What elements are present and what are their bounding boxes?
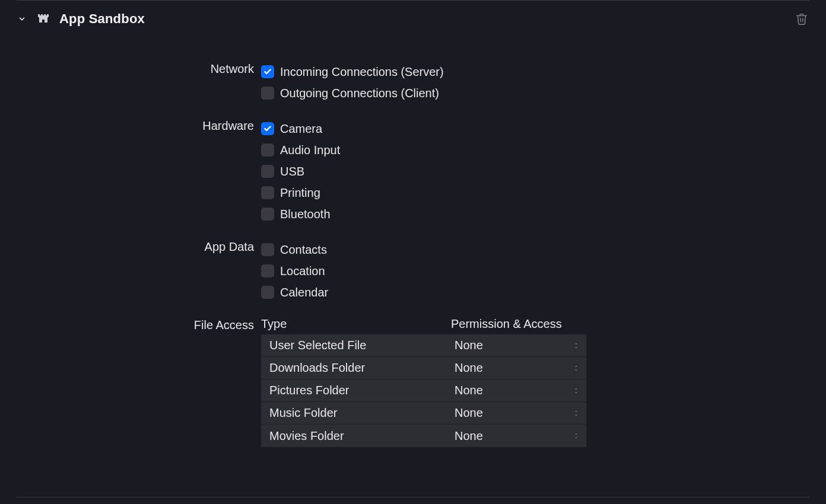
row-calendar: Calendar bbox=[261, 282, 809, 303]
perm-select-music[interactable]: None bbox=[451, 404, 586, 422]
label-incoming-connections: Incoming Connections (Server) bbox=[280, 65, 444, 79]
label-usb: USB bbox=[280, 165, 304, 178]
checkbox-calendar[interactable] bbox=[261, 286, 274, 299]
perm-value: None bbox=[455, 361, 483, 375]
row-camera: Camera bbox=[261, 118, 809, 139]
section-header: App Sandbox bbox=[17, 1, 809, 37]
chevron-updown-icon bbox=[573, 342, 580, 349]
perm-select-movies[interactable]: None bbox=[451, 427, 586, 445]
row-bluetooth: Bluetooth bbox=[261, 203, 809, 225]
section-hardware: Hardware Camera Audio Input bbox=[17, 118, 809, 225]
label-outgoing-connections: Outgoing Connections (Client) bbox=[280, 87, 439, 100]
label-camera: Camera bbox=[280, 122, 322, 136]
checkbox-contacts[interactable] bbox=[261, 243, 274, 256]
sandbox-castle-icon bbox=[36, 11, 51, 27]
section-app-data: App Data Contacts Location bbox=[17, 239, 809, 303]
file-access-type: Music Folder bbox=[261, 406, 451, 420]
perm-value: None bbox=[455, 429, 483, 443]
label-audio-input: Audio Input bbox=[280, 143, 340, 157]
file-access-row-pictures: Pictures Folder None bbox=[261, 379, 586, 402]
label-contacts: Contacts bbox=[280, 243, 327, 257]
checkbox-printing[interactable] bbox=[261, 186, 274, 199]
section-label-file-access: File Access bbox=[17, 317, 261, 332]
checkbox-incoming-connections[interactable] bbox=[261, 65, 274, 78]
checkbox-outgoing-connections[interactable] bbox=[261, 87, 274, 100]
delete-capability-button[interactable] bbox=[794, 11, 809, 27]
row-outgoing-connections: Outgoing Connections (Client) bbox=[261, 82, 809, 104]
checkbox-audio-input[interactable] bbox=[261, 143, 274, 157]
checkbox-bluetooth[interactable] bbox=[261, 208, 274, 221]
row-incoming-connections: Incoming Connections (Server) bbox=[261, 61, 809, 82]
file-access-header-perm: Permission & Access bbox=[451, 317, 580, 331]
row-location: Location bbox=[261, 260, 809, 282]
checkbox-camera[interactable] bbox=[261, 122, 274, 135]
label-location: Location bbox=[280, 264, 325, 278]
perm-value: None bbox=[455, 406, 483, 420]
checkbox-location[interactable] bbox=[261, 264, 274, 277]
file-access-row-downloads: Downloads Folder None bbox=[261, 357, 586, 379]
row-contacts: Contacts bbox=[261, 239, 809, 260]
header-title: App Sandbox bbox=[59, 11, 145, 27]
section-label-network: Network bbox=[17, 61, 261, 76]
perm-select-user-selected[interactable]: None bbox=[451, 337, 586, 355]
file-access-type: User Selected File bbox=[261, 339, 451, 352]
section-label-hardware: Hardware bbox=[17, 118, 261, 133]
capability-content: Network Incoming Connections (Server) Ou… bbox=[17, 37, 809, 473]
section-network: Network Incoming Connections (Server) Ou… bbox=[17, 61, 809, 104]
checkbox-usb[interactable] bbox=[261, 165, 274, 178]
section-label-app-data: App Data bbox=[17, 239, 261, 254]
disclosure-chevron-icon[interactable] bbox=[17, 14, 27, 24]
file-access-row-user-selected: User Selected File None bbox=[261, 334, 586, 357]
section-file-access: File Access Type Permission & Access Use… bbox=[17, 317, 809, 447]
perm-select-downloads[interactable]: None bbox=[451, 359, 586, 377]
file-access-type: Movies Folder bbox=[261, 429, 451, 443]
perm-value: None bbox=[455, 339, 483, 352]
file-access-row-music: Music Folder None bbox=[261, 402, 586, 425]
chevron-updown-icon bbox=[573, 410, 580, 417]
chevron-updown-icon bbox=[573, 387, 580, 394]
row-usb: USB bbox=[261, 161, 809, 182]
label-calendar: Calendar bbox=[280, 286, 328, 299]
file-access-header: Type Permission & Access bbox=[261, 317, 809, 334]
chevron-updown-icon bbox=[573, 432, 580, 439]
row-audio-input: Audio Input bbox=[261, 139, 809, 161]
file-access-row-movies: Movies Folder None bbox=[261, 425, 586, 447]
perm-value: None bbox=[455, 384, 483, 397]
file-access-header-type: Type bbox=[261, 317, 451, 331]
perm-select-pictures[interactable]: None bbox=[451, 382, 586, 400]
app-sandbox-panel: App Sandbox Network Incoming Connections… bbox=[0, 0, 826, 497]
label-bluetooth: Bluetooth bbox=[280, 208, 331, 221]
file-access-table: User Selected File None bbox=[261, 334, 586, 447]
label-printing: Printing bbox=[280, 186, 320, 200]
chevron-updown-icon bbox=[573, 365, 580, 372]
bottom-divider bbox=[17, 497, 809, 497]
row-printing: Printing bbox=[261, 182, 809, 203]
file-access-type: Downloads Folder bbox=[261, 361, 451, 375]
file-access-type: Pictures Folder bbox=[261, 384, 451, 397]
